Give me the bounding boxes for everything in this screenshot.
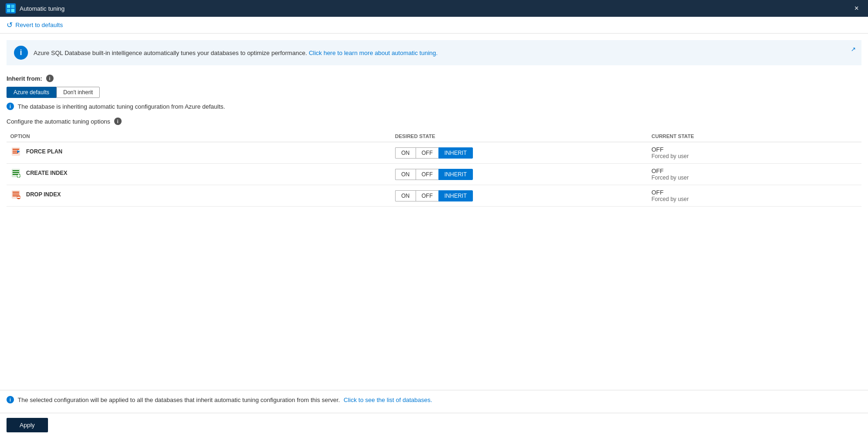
- current-state-value-1: OFF: [651, 167, 858, 174]
- state-btn-on-2[interactable]: ON: [395, 190, 416, 201]
- option-name-1: CREATE INDEX: [26, 170, 67, 176]
- main-content: Inherit from: i Azure defaults Don't inh…: [0, 70, 868, 221]
- close-button[interactable]: ×: [851, 2, 862, 14]
- state-btn-off-1[interactable]: OFF: [416, 169, 438, 180]
- state-toggle-group-1: ONOFFINHERIT: [395, 169, 644, 180]
- state-btn-off-2[interactable]: OFF: [416, 190, 438, 201]
- apply-bar: Apply: [0, 413, 868, 437]
- svg-rect-18: [13, 194, 19, 194]
- drop-index-icon: [10, 189, 21, 200]
- configure-info-icon: i: [114, 118, 122, 125]
- current-state-sub-2: Forced by user: [651, 196, 858, 202]
- footer-text: The selected configuration will be appli…: [18, 396, 340, 403]
- svg-rect-5: [13, 149, 19, 150]
- option-name-0: FORCE PLAN: [26, 148, 62, 155]
- svg-rect-0: [7, 5, 10, 8]
- svg-rect-3: [11, 9, 14, 12]
- inherit-info-icon-circle: i: [7, 103, 14, 110]
- option-cell-2: DROP INDEX: [7, 185, 391, 204]
- svg-rect-1: [11, 5, 14, 8]
- window-title: Automatic tuning: [20, 5, 851, 12]
- current-state-value-2: OFF: [651, 189, 858, 196]
- svg-rect-11: [13, 172, 19, 173]
- col-desired-header: DESIRED STATE: [391, 131, 648, 142]
- state-btn-inherit-2[interactable]: INHERIT: [438, 190, 473, 201]
- state-btn-off-0[interactable]: OFF: [416, 147, 438, 159]
- svg-rect-17: [13, 192, 19, 193]
- footer-link[interactable]: Click to see the list of databases.: [344, 396, 432, 403]
- option-cell-0: FORCE PLAN: [7, 142, 391, 161]
- footer-banner: i The selected configuration will be app…: [0, 390, 868, 409]
- configure-section: Configure the automatic tuning options i…: [7, 118, 861, 207]
- desired-state-cell-1: ONOFFINHERIT: [391, 164, 648, 185]
- inherit-info-row: i The database is inheriting automatic t…: [7, 103, 861, 110]
- option-name-2: DROP INDEX: [26, 191, 61, 198]
- title-bar: Automatic tuning ×: [0, 0, 868, 17]
- revert-label: Revert to defaults: [15, 21, 63, 28]
- inherit-from-row: Inherit from: i: [7, 75, 861, 82]
- svg-rect-2: [7, 9, 10, 12]
- state-btn-on-1[interactable]: ON: [395, 169, 416, 180]
- options-table: OPTION DESIRED STATE CURRENT STATE FORCE…: [7, 131, 861, 207]
- desired-state-cell-2: ONOFFINHERIT: [391, 185, 648, 207]
- app-icon: [6, 3, 16, 14]
- current-state-sub-0: Forced by user: [651, 153, 858, 160]
- current-state-value-0: OFF: [651, 146, 858, 153]
- state-toggle-group-2: ONOFFINHERIT: [395, 190, 644, 201]
- option-cell-1: CREATE INDEX: [7, 164, 391, 182]
- state-btn-inherit-0[interactable]: INHERIT: [438, 147, 473, 159]
- svg-rect-21: [17, 197, 21, 198]
- footer-info-icon: i: [7, 396, 14, 403]
- table-row: DROP INDEX ONOFFINHERIT OFF Forced by us…: [7, 185, 861, 207]
- info-banner-icon: i: [14, 46, 28, 60]
- revert-button[interactable]: ↺ Revert to defaults: [7, 21, 63, 29]
- configure-label: Configure the automatic tuning options: [7, 118, 110, 125]
- toolbar: ↺ Revert to defaults: [0, 17, 868, 34]
- info-banner: i Azure SQL Database built-in intelligen…: [7, 40, 861, 65]
- state-btn-on-0[interactable]: ON: [395, 147, 416, 159]
- col-current-header: CURRENT STATE: [648, 131, 861, 142]
- svg-rect-10: [13, 170, 19, 171]
- col-option-header: OPTION: [7, 131, 391, 142]
- state-toggle-group-0: ONOFFINHERIT: [395, 147, 644, 159]
- azure-defaults-button[interactable]: Azure defaults: [7, 87, 56, 98]
- state-btn-inherit-1[interactable]: INHERIT: [438, 169, 473, 180]
- apply-button[interactable]: Apply: [7, 418, 48, 432]
- svg-rect-6: [13, 151, 17, 152]
- create-index-icon: [10, 167, 21, 179]
- configure-header: Configure the automatic tuning options i: [7, 118, 861, 125]
- info-banner-link[interactable]: Click here to learn more about automatic…: [309, 49, 438, 56]
- inherit-info-text: The database is inheriting automatic tun…: [18, 103, 225, 110]
- table-row: FORCE PLAN ONOFFINHERIT OFF Forced by us…: [7, 142, 861, 164]
- external-link-icon[interactable]: ↗: [851, 46, 856, 53]
- dont-inherit-button[interactable]: Don't inherit: [56, 87, 100, 98]
- inherit-label: Inherit from:: [7, 75, 42, 82]
- svg-rect-15: [17, 175, 21, 177]
- current-state-cell-0: OFF Forced by user: [648, 142, 861, 164]
- current-state-cell-1: OFF Forced by user: [648, 164, 861, 185]
- info-banner-text: Azure SQL Database built-in intelligence…: [34, 49, 854, 56]
- revert-icon: ↺: [7, 21, 13, 29]
- force-plan-icon: [10, 146, 21, 157]
- inherit-toggle-group: Azure defaults Don't inherit: [7, 87, 861, 98]
- desired-state-cell-0: ONOFFINHERIT: [391, 142, 648, 164]
- table-row: CREATE INDEX ONOFFINHERIT OFF Forced by …: [7, 164, 861, 185]
- current-state-cell-2: OFF Forced by user: [648, 185, 861, 207]
- inherit-info-icon: i: [46, 75, 54, 82]
- current-state-sub-1: Forced by user: [651, 174, 858, 181]
